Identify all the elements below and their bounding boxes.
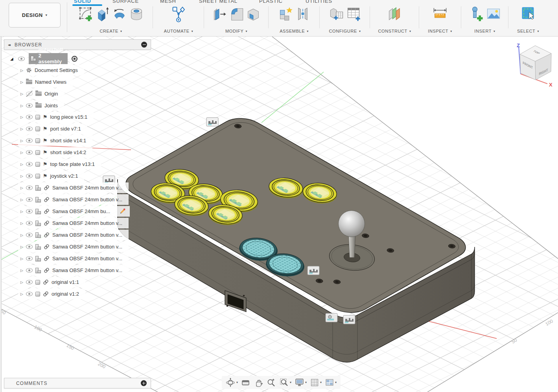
joint-glyph[interactable] xyxy=(308,266,319,275)
configure-dropdown[interactable]: CONFIGURE▾ xyxy=(329,29,361,34)
insert-canvas-icon[interactable] xyxy=(486,5,501,23)
tab-plastic[interactable]: PLASTIC xyxy=(259,0,283,4)
tree-row-linked-component[interactable]: ▷ Sanwa OBSF 24mm button v... xyxy=(18,265,129,276)
zoom-icon[interactable] xyxy=(266,377,276,387)
insert-dropdown[interactable]: INSERT▾ xyxy=(474,29,495,34)
activate-component-radio[interactable] xyxy=(72,56,77,62)
tree-row-linked-component[interactable]: ▷ Sanwa OBSF 24mm button v... xyxy=(18,182,129,193)
visibility-eye-icon[interactable] xyxy=(26,138,33,143)
expander-icon[interactable]: ▷ xyxy=(20,68,23,72)
expander-icon[interactable]: ▷ xyxy=(20,92,23,96)
browser-header[interactable]: ◂◂ BROWSER xyxy=(4,39,151,50)
minimize-panel-icon[interactable] xyxy=(141,42,147,48)
tree-row-linked-component[interactable]: ▷ Sanwa OBSF 24mm button v... xyxy=(18,241,129,252)
display-settings-icon[interactable]: ▾ xyxy=(295,377,307,387)
expander-icon[interactable]: ▷ xyxy=(20,269,23,272)
configuration-table-icon[interactable] xyxy=(346,5,361,23)
tree-row-component[interactable]: ▷ ⚑ short side v14:1 xyxy=(18,135,92,146)
viewports-icon[interactable]: ▾ xyxy=(325,378,337,387)
insert-mcmaster-icon[interactable] xyxy=(469,5,484,23)
orbit-icon[interactable]: ▾ xyxy=(226,377,238,387)
pan-icon[interactable] xyxy=(254,378,263,387)
visibility-eye-icon[interactable] xyxy=(26,280,33,284)
visibility-eye-icon[interactable] xyxy=(26,186,33,190)
look-at-icon[interactable] xyxy=(241,378,250,387)
visibility-eye-icon[interactable] xyxy=(26,256,33,261)
tree-row-component[interactable]: ▷ ⚑ joystick v2:1 xyxy=(18,171,84,181)
expander-icon[interactable]: ▷ xyxy=(20,80,23,84)
tree-row-linked-component[interactable]: ▷ Sanwa OBSF 24mm button v... xyxy=(18,218,129,228)
tree-row-linked-component-hovered[interactable]: ▷ Sanwa OBSF 24mm bu... xyxy=(18,206,130,217)
viewcube[interactable]: TOP FRONT RIGHT Z X xyxy=(510,42,558,88)
visibility-eye-icon[interactable] xyxy=(26,221,33,225)
automate-icon[interactable] xyxy=(171,5,186,23)
tree-row-linked-component[interactable]: ▷ Sanwa OBSF 24mm button v... xyxy=(18,230,129,240)
visibility-eye-icon[interactable] xyxy=(26,127,33,131)
shell-icon[interactable] xyxy=(245,5,261,23)
rename-pencil-icon[interactable] xyxy=(119,208,126,215)
expander-icon[interactable]: ▷ xyxy=(20,210,23,213)
tab-utilities[interactable]: UTILITIES xyxy=(306,0,332,4)
expander-icon[interactable]: ▷ xyxy=(20,104,23,108)
tab-solid[interactable]: SOLID xyxy=(74,0,91,4)
expander-icon[interactable]: ▷ xyxy=(20,186,23,190)
tree-row-component[interactable]: ▷ ⚑ port side v7:1 xyxy=(18,123,87,134)
visibility-eye-icon[interactable] xyxy=(26,150,33,155)
select-icon[interactable] xyxy=(520,5,536,23)
expander-icon[interactable]: ▷ xyxy=(20,151,23,155)
construct-plane-icon[interactable] xyxy=(387,5,403,23)
tree-row-linked-body[interactable]: ▷ original v1:2 xyxy=(18,289,85,299)
fillet-icon[interactable] xyxy=(228,5,244,23)
hole-icon[interactable] xyxy=(129,5,144,23)
joint-icon[interactable] xyxy=(295,5,311,23)
measure-icon[interactable] xyxy=(432,5,448,23)
tab-sheet-metal[interactable]: SHEET METAL xyxy=(199,0,238,4)
tree-row-linked-component[interactable]: ▷ Sanwa OBSF 24mm button v... xyxy=(18,253,129,264)
tab-mesh[interactable]: MESH xyxy=(160,0,176,4)
expander-icon[interactable]: ▷ xyxy=(20,280,23,284)
visibility-eye-icon[interactable] xyxy=(18,57,25,61)
comments-bar[interactable]: COMMENTS xyxy=(4,378,151,388)
tree-row-named-views[interactable]: ▷ Named Views xyxy=(18,77,73,87)
expander-icon[interactable]: ▷ xyxy=(20,245,23,249)
expander-icon[interactable]: ▷ xyxy=(20,115,23,119)
visibility-eye-icon[interactable] xyxy=(26,268,33,272)
press-pull-icon[interactable] xyxy=(212,5,227,23)
design-menu-button[interactable]: DESIGN ▾ xyxy=(9,3,61,28)
tree-row-component[interactable]: ▷ ⚑ top face plate v13:1 xyxy=(18,159,101,169)
tree-row-linked-body[interactable]: ▷ original v1:1 xyxy=(18,277,85,287)
visibility-eye-icon[interactable] xyxy=(26,233,33,237)
visibility-eye-off-icon[interactable] xyxy=(26,92,33,96)
visibility-eye-icon[interactable] xyxy=(26,292,33,296)
create-sketch-icon[interactable] xyxy=(78,5,94,23)
grid-display-icon[interactable]: ▾ xyxy=(310,378,322,387)
joint-glyph[interactable] xyxy=(326,313,337,322)
add-comment-icon[interactable] xyxy=(141,380,147,386)
modify-dropdown[interactable]: MODIFY▾ xyxy=(225,29,247,34)
tree-row-root[interactable]: ◢ outershell 2 assembly v8 xyxy=(10,53,79,64)
tree-row-document-settings[interactable]: ▷ Document Settings xyxy=(18,65,84,75)
revolve-icon[interactable] xyxy=(112,5,127,23)
expander-icon[interactable]: ▷ xyxy=(20,139,23,143)
visibility-eye-icon[interactable] xyxy=(26,162,33,166)
zoom-window-icon[interactable]: ▾ xyxy=(279,377,291,387)
expander-icon[interactable]: ▷ xyxy=(20,292,23,296)
create-dropdown[interactable]: CREATE▾ xyxy=(99,29,122,34)
inspect-dropdown[interactable]: INSPECT▾ xyxy=(428,29,452,34)
visibility-eye-icon[interactable] xyxy=(26,115,33,119)
tree-row-component[interactable]: ▷ ⚑ long piece v15:1 xyxy=(18,112,94,122)
expander-icon[interactable]: ◢ xyxy=(10,57,13,61)
joint-glyph[interactable] xyxy=(206,118,218,126)
tab-surface[interactable]: SURFACE xyxy=(112,0,139,4)
expander-icon[interactable]: ▷ xyxy=(20,127,23,131)
expander-icon[interactable]: ▷ xyxy=(20,162,23,166)
extrude-icon[interactable] xyxy=(95,5,110,23)
select-dropdown[interactable]: SELECT▾ xyxy=(517,29,539,34)
tree-row-component[interactable]: ▷ ⚑ short side v14:2 xyxy=(18,147,92,158)
expander-icon[interactable]: ▷ xyxy=(20,221,23,225)
configure-icon[interactable] xyxy=(329,5,344,23)
visibility-eye-icon[interactable] xyxy=(26,174,33,178)
visibility-eye-icon[interactable] xyxy=(26,209,33,213)
expander-icon[interactable]: ▷ xyxy=(20,257,23,261)
automate-dropdown[interactable]: AUTOMATE▾ xyxy=(164,29,193,34)
